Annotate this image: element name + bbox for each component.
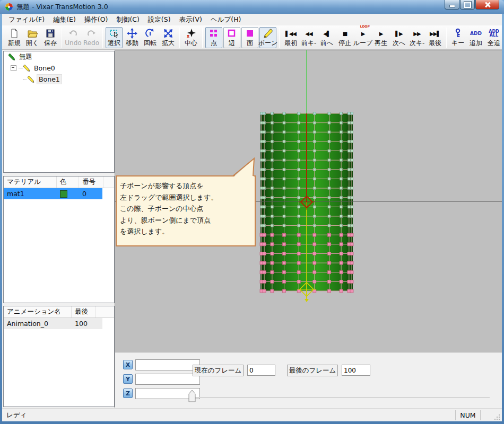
- status-text: レディ: [2, 411, 455, 420]
- animation-name: Animation_0: [4, 320, 72, 328]
- toolbar-separator: [62, 28, 62, 48]
- new-button[interactable]: 新規: [6, 27, 23, 48]
- menu-control[interactable]: 制御(C): [112, 14, 143, 25]
- play-button[interactable]: ▶ 再生: [372, 27, 389, 48]
- hint-line: 子ボーンが影響する頂点を: [120, 180, 251, 192]
- key-icon: [453, 28, 463, 39]
- material-list-header: マテリアル 色 番号: [4, 176, 114, 188]
- select-icon: [109, 28, 119, 39]
- column-header-last[interactable]: 最後: [72, 306, 96, 317]
- save-floppy-icon: [45, 28, 56, 39]
- column-header-number[interactable]: 番号: [79, 176, 103, 188]
- tree-connector: [19, 68, 23, 68]
- x-axis-button[interactable]: X: [123, 360, 133, 369]
- tree-item-bone0[interactable]: Bone0: [4, 63, 114, 74]
- next-key-button[interactable]: ▶▶ 次キ-: [409, 27, 425, 48]
- edge-mode-icon: [227, 28, 237, 39]
- prev-key-button[interactable]: ◀◀ 前キ-: [300, 27, 317, 48]
- menu-edit[interactable]: 編集(E): [49, 14, 80, 25]
- last-frame-label: 最後のフレーム: [287, 365, 338, 376]
- close-icon: [484, 2, 491, 8]
- hint-line: を選択します。: [120, 226, 251, 237]
- key-button[interactable]: キー: [449, 27, 466, 48]
- point-mode-button[interactable]: 点: [205, 27, 222, 48]
- hint-line: 左ドラッグで範囲選択します。: [120, 192, 251, 204]
- y-axis-button[interactable]: Y: [123, 374, 133, 384]
- animation-list-header: アニメーション名 最後: [4, 306, 114, 318]
- tree-item-bone1[interactable]: Bone1: [4, 74, 114, 85]
- edge-mode-button[interactable]: 辺: [223, 27, 240, 48]
- num-indicator: NUM: [455, 410, 481, 420]
- move-tool-button[interactable]: 移動: [124, 27, 141, 48]
- title-bar[interactable]: 無題 - Vixar TransMotion 3.0: [0, 0, 504, 14]
- undo-button[interactable]: Undo: [65, 27, 82, 48]
- column-header-animation-name[interactable]: アニメーション名: [4, 306, 72, 317]
- rotate-tool-button[interactable]: 回転: [142, 27, 159, 48]
- toolbar-separator: [279, 28, 280, 48]
- menu-view[interactable]: 表示(V): [175, 14, 206, 25]
- loop-play-button[interactable]: LOOP▶ ループ: [354, 27, 371, 48]
- svg-text:x: x: [187, 34, 190, 39]
- go-last-button[interactable]: ▶▶▌ 最後: [427, 27, 444, 48]
- menu-file[interactable]: ファイル(F): [4, 14, 49, 25]
- center-tool-button[interactable]: x 中心: [183, 27, 199, 48]
- current-frame-input[interactable]: [247, 365, 275, 376]
- window-title: 無題 - Vixar TransMotion 3.0: [16, 3, 108, 12]
- add-all-keys-button[interactable]: ADDALL 全追: [485, 27, 502, 48]
- open-button[interactable]: 開く: [24, 27, 41, 48]
- frame-slider-track[interactable]: [189, 397, 490, 398]
- add-icon: ADD: [470, 28, 482, 39]
- stop-button[interactable]: ■ 停止: [336, 27, 353, 48]
- bone-mode-button[interactable]: ボーン: [259, 27, 276, 48]
- viewport-3d[interactable]: 子ボーンが影響する頂点を 左ドラッグで範囲選択します。 この際、子ボーンの中心点…: [115, 50, 502, 352]
- animation-row[interactable]: Animation_0 100: [4, 318, 114, 329]
- rotate-icon: [145, 28, 155, 39]
- collapse-icon[interactable]: [11, 65, 16, 71]
- minimize-button[interactable]: [445, 0, 459, 10]
- play-icon: ▶: [379, 28, 383, 39]
- maximize-button[interactable]: [460, 0, 475, 10]
- open-folder-icon: [27, 28, 38, 39]
- save-button[interactable]: 保存: [42, 27, 59, 48]
- stop-icon: ■: [343, 28, 347, 39]
- frame-slider-thumb[interactable]: [188, 390, 196, 404]
- close-button[interactable]: [475, 0, 499, 10]
- material-color-swatch: [60, 190, 67, 198]
- material-name: mat1: [4, 190, 57, 198]
- last-frame-input[interactable]: [342, 365, 370, 376]
- menu-help[interactable]: ヘルプ(H): [206, 14, 246, 25]
- hint-line: より、親ボーン側にまで頂点: [120, 215, 251, 226]
- scale-tool-button[interactable]: 拡大: [160, 27, 177, 48]
- next-key-icon: ▶▶: [413, 28, 420, 39]
- menu-operation[interactable]: 操作(O): [80, 14, 112, 25]
- toolbar-separator: [202, 28, 203, 48]
- redo-button[interactable]: Redo: [83, 27, 100, 48]
- go-first-button[interactable]: ▌◀◀ 最初: [282, 27, 299, 48]
- resize-grip[interactable]: [493, 413, 501, 421]
- menu-bar: ファイル(F) 編集(E) 操作(O) 制御(C) 設定(S) 表示(V) ヘル…: [2, 14, 502, 25]
- scene-tree-panel: 無題 Bone0 Bone1: [3, 51, 115, 173]
- next-frame-button[interactable]: ▌▶ 次へ: [390, 27, 407, 48]
- material-row[interactable]: mat1 0: [4, 188, 114, 199]
- hint-bubble: 子ボーンが影響する頂点を 左ドラッグで範囲選択します。 この際、子ボーンの中心点…: [116, 175, 256, 246]
- add-all-icon: ADDALL: [489, 28, 499, 39]
- hint-line: この際、子ボーンの中心点: [120, 203, 251, 215]
- prev-frame-button[interactable]: ◀▌ 前へ: [318, 27, 335, 48]
- add-key-button[interactable]: ADD 追加: [467, 27, 484, 48]
- undo-icon: [68, 28, 79, 39]
- column-header-material[interactable]: マテリアル: [4, 176, 57, 188]
- column-header-color[interactable]: 色: [57, 176, 79, 188]
- move-icon: [127, 28, 137, 39]
- face-mode-button[interactable]: 面: [241, 27, 258, 48]
- menu-settings[interactable]: 設定(S): [144, 14, 175, 25]
- x-value-input[interactable]: [135, 359, 200, 370]
- select-tool-button[interactable]: 選択: [106, 27, 123, 48]
- status-bar: レディ NUM: [2, 408, 502, 421]
- y-value-input[interactable]: [135, 374, 200, 385]
- z-axis-button[interactable]: Z: [123, 388, 133, 398]
- window-controls: [444, 0, 499, 10]
- tree-item-root[interactable]: 無題: [4, 51, 114, 63]
- animation-last-frame: 100: [72, 320, 96, 328]
- toolbar: 新規 開く 保存 Undo Redo 選択: [2, 25, 502, 50]
- bone-mode-icon: [263, 28, 273, 39]
